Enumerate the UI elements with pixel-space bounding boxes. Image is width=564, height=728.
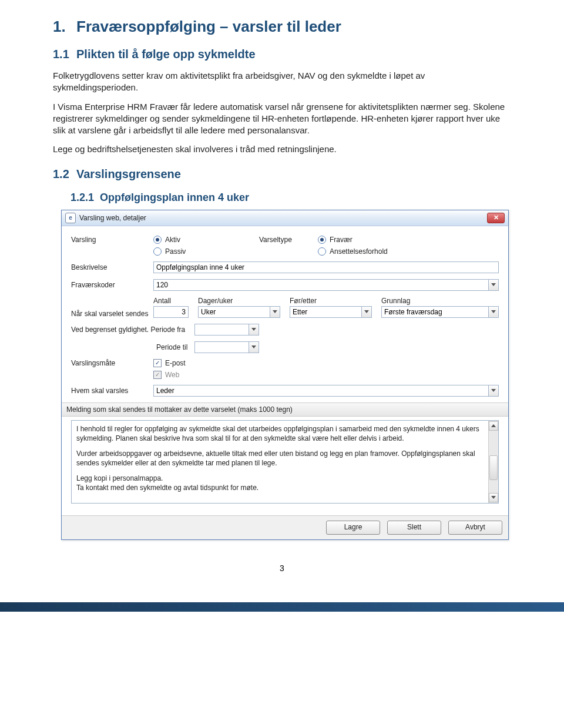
dropdown-button[interactable] [488,279,499,291]
heading-2: 1.1Plikten til å følge opp sykmeldte [53,48,511,61]
checkbox-icon: ✓ [153,371,162,379]
h2-text: Plikten til å følge opp sykmeldte [76,48,256,61]
label-varslingsmaate: Varslingsmåte [71,359,153,367]
grunnlag-select[interactable] [381,306,488,318]
h1-text: Fraværsoppfølging – varsler til leder [76,18,341,35]
checkbox-web: ✓ Web [153,371,186,379]
paragraph-2: I Visma Enterprise HRM Fravær får ledere… [53,101,511,137]
lagre-button[interactable]: Lagre [326,521,380,535]
dropdown-button[interactable] [488,385,499,397]
h3-number: 1.2 [53,167,76,181]
radio-passiv[interactable]: Passiv [153,247,259,256]
melding-p2: Vurder arbeidsoppgaver og arbeidsevne, a… [76,449,484,468]
close-button[interactable]: ✕ [487,213,505,223]
radio-ansettelse-label: Ansettelsesforhold [330,247,388,256]
dialog-body: Varsling Aktiv Passiv Varseltype Fr [62,226,508,515]
radio-dot-icon [318,236,326,244]
scroll-up-button[interactable] [489,421,498,431]
dialog-title: Varsling web, detaljer [79,214,146,222]
label-varsling: Varsling [71,236,153,244]
melding-p4: Ta kontakt med den sykmeldte og avtal ti… [76,483,484,492]
radio-aktiv-label: Aktiv [165,236,180,244]
col-antall: Antall [153,297,189,306]
melding-p3: Legg kopi i personalmappa. [76,474,484,483]
label-beskrivelse: Beskrivelse [71,263,153,271]
label-periode-til: Periode til [156,343,194,351]
h3-text: Varslingsgrensene [76,167,181,180]
paragraph-3: Lege og bedriftshelsetjenesten skal invo… [53,143,511,155]
heading-2b: 1.2Varslingsgrensene [53,167,511,181]
radio-fravaer-label: Fravær [330,236,352,244]
dialog-window: e Varsling web, detaljer ✕ Varsling Akti… [61,210,509,540]
antall-input[interactable] [153,306,189,318]
radio-ansettelse[interactable]: Ansettelsesforhold [318,247,424,256]
hvem-select[interactable] [153,385,488,397]
radio-passiv-label: Passiv [165,247,186,256]
label-periode-fra: Ved begrenset gyldighet. Periode fra [71,326,194,334]
dageruker-select[interactable] [198,306,270,318]
dropdown-button[interactable] [249,341,259,353]
dropdown-button[interactable] [270,306,280,318]
h4-text: Oppfølgingsplan innen 4 uker [100,192,249,203]
button-bar: Lagre Slett Avbryt [62,515,508,539]
radio-dot-icon [318,247,326,256]
scrollbar[interactable] [488,421,498,503]
slett-button[interactable]: Slett [387,521,441,535]
melding-textarea[interactable]: I henhold til regler for oppfølging av s… [71,420,499,504]
radio-dot-icon [153,236,162,244]
radio-fravaer[interactable]: Fravær [318,236,424,244]
melding-section-header: Melding som skal sendes til mottaker av … [62,402,508,417]
app-icon: e [65,213,76,223]
paragraph-1: Folketrygdlovens setter krav om aktivite… [53,70,511,94]
label-hvem: Hvem skal varsles [71,387,153,395]
col-dageruker: Dager/uker [198,297,280,306]
periode-til-input[interactable] [194,341,249,353]
checkbox-epost[interactable]: ✓ E-post [153,359,186,367]
fravaerskoder-input[interactable] [153,279,488,291]
col-grunnlag: Grunnlag [381,297,499,306]
foretter-select[interactable] [290,306,361,318]
dropdown-button[interactable] [361,306,372,318]
heading-3: 1.2.1Oppfølgingsplan innen 4 uker [70,192,511,204]
scroll-down-button[interactable] [489,493,498,502]
periode-fra-input[interactable] [194,324,249,336]
check-web-label: Web [165,371,179,379]
radio-dot-icon [153,247,162,256]
avbryt-button[interactable]: Avbryt [448,521,502,535]
label-fravaerskoder: Fraværskoder [71,281,153,289]
h1-number: 1. [53,18,76,36]
scroll-thumb[interactable] [489,455,498,480]
page-number: 3 [53,563,511,573]
beskrivelse-input[interactable] [153,261,499,273]
dropdown-button[interactable] [488,306,499,318]
checkbox-icon: ✓ [153,359,162,367]
check-epost-label: E-post [165,359,186,367]
radio-aktiv[interactable]: Aktiv [153,236,259,244]
col-foretter: Før/etter [290,297,372,306]
h2-number: 1.1 [53,48,76,61]
footer-bar [0,602,564,612]
h4-number: 1.2.1 [70,192,100,204]
label-naar: Når skal varselet sendes [71,310,153,318]
heading-1: 1.Fraværsoppfølging – varsler til leder [53,18,511,36]
titlebar: e Varsling web, detaljer ✕ [62,210,508,226]
label-varseltype: Varseltype [259,236,318,244]
melding-p1: I henhold til regler for oppfølging av s… [76,424,484,443]
dropdown-button[interactable] [249,324,259,336]
